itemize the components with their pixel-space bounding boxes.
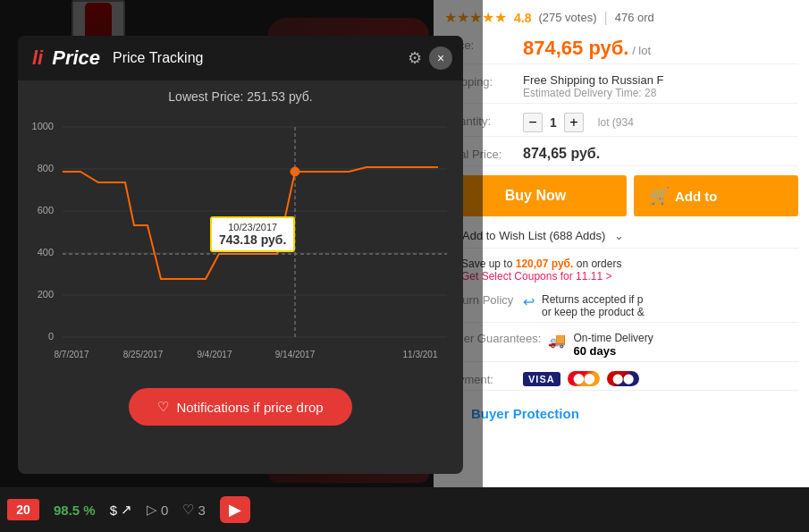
save-row: ✚ Save up to 120,07 руб. on orders Get S… [444,254,798,286]
save-content: Save up to 120,07 руб. on orders Get Sel… [461,258,621,283]
price-tracking-modal: li Price Price Tracking ⚙ × Lowest Price… [18,36,463,474]
play-icon: ▷ [147,502,157,518]
total-price-row: Total Price: 874,65 руб. [444,142,798,166]
rating-row: ★★★★★ 4.8 (275 votes) | 476 ord [444,9,798,26]
votes-count: (275 votes) [538,11,596,24]
product-panel: ★★★★★ 4.8 (275 votes) | 476 ord Price: 8… [434,0,809,532]
heart-count: 3 [198,502,205,518]
delivery-days: 60 days [573,344,653,358]
modal-title: Price Tracking [113,50,203,66]
quantity-number: 1 [550,115,557,130]
quantity-value: − 1 + lot (934 [523,113,798,132]
bottom-toolbar: 20 98.5 % $ ↗ ▷ 0 ♡ 3 ▶ [0,487,809,532]
tooltip-date: 10/23/2017 [219,222,286,232]
youtube-button[interactable]: ▶ [220,496,250,523]
quantity-control: − 1 + lot (934 [523,113,798,132]
delivery-content: On-time Delivery 60 days [573,332,653,358]
toolbar-dollar[interactable]: $ ↗ [110,502,132,518]
mastercard-badge: ⬤⬤ [568,371,600,386]
wishlist-row[interactable]: ♡ Add to Wish List (688 Adds) ⌄ [444,224,798,249]
add-to-cart-button[interactable]: 🛒 Add to [634,175,798,216]
lowest-price-label: Lowest Price: 251.53 руб. [18,80,463,109]
return-policy-row: Return Policy ↩ Returns accepted if p or… [444,290,798,323]
svg-text:9/14/2017: 9/14/2017 [275,350,316,359]
visa-badge: VISA [523,372,560,386]
shipping-row: Shipping: Free Shipping to Russian F Est… [444,70,798,104]
svg-text:400: 400 [38,247,54,258]
toolbar-heart[interactable]: ♡ 3 [182,502,205,518]
quantity-row: Quantity: − 1 + lot (934 [444,109,798,137]
total-value: 874,65 руб. [523,146,600,162]
buyer-protection-row: 🛡 Buyer Protection [444,396,798,430]
shipping-free-text: Free Shipping to Russian F [523,73,798,87]
toolbar-percent: 98.5 % [54,502,96,518]
heart-count-icon: ♡ [182,502,194,518]
svg-text:1000: 1000 [32,121,54,131]
dollar-icon: $ [110,502,117,518]
return-text: Returns accepted if p [542,293,645,306]
quantity-increase[interactable]: + [564,113,584,132]
shipping-est-text: Estimated Delivery Time: 28 [523,87,798,99]
maestro-badge: ⬤⬤ [607,371,639,386]
svg-text:8/25/2017: 8/25/2017 [123,350,164,359]
logo-li: li [32,46,43,70]
payment-row: Payment: VISA ⬤⬤ ⬤⬤ [444,367,798,391]
delivery-text: On-time Delivery [573,332,653,344]
buyer-protection-text: Buyer Protection [471,406,579,421]
svg-text:11/3/201: 11/3/201 [403,350,438,359]
rating-value: 4.8 [514,11,531,25]
toolbar-badge: 20 [7,499,39,520]
return-content: Returns accepted if p or keep the produc… [542,293,645,318]
return-text2: or keep the product & [542,306,645,318]
save-suffix: on orders [577,258,622,270]
seller-guarantees-row: Seller Guarantees: 🚚 On-time Delivery 60… [444,328,798,362]
svg-text:600: 600 [38,205,54,215]
yt-play-icon: ▶ [229,501,241,519]
orders-count: 476 ord [615,11,654,24]
price-main: 874,65 руб. [523,37,629,59]
action-buttons: Buy Now 🛒 Add to [444,175,798,216]
tooltip-price: 743.18 руб. [219,232,286,247]
delivery-icon: 🚚 [548,332,566,349]
price-unit: / lot [632,44,651,57]
modal-header: li Price Price Tracking ⚙ × [18,36,463,80]
notification-button[interactable]: ♡ Notifications if price drop [129,388,351,426]
wishlist-text: Add to Wish List (688 Adds) [462,229,605,242]
quantity-lot: lot (934 [598,116,634,129]
quantity-decrease[interactable]: − [523,113,543,132]
wishlist-chevron: ⌄ [614,229,624,242]
save-amount: 120,07 руб. [516,258,574,270]
gear-icon[interactable]: ⚙ [408,48,422,68]
price-chart: 1000 800 600 400 200 0 8/7/2017 8/25/201… [18,109,463,377]
svg-text:9/4/2017: 9/4/2017 [198,350,232,359]
price-tooltip: 10/23/2017 743.18 руб. [210,216,295,252]
toolbar-play[interactable]: ▷ 0 [147,502,168,518]
price-row: Price: 874,65 руб. / lot [444,33,798,64]
cart-icon: 🛒 [650,186,670,206]
close-button[interactable]: × [429,46,452,70]
svg-text:200: 200 [38,289,54,300]
logo-price: Price [52,46,100,70]
svg-text:800: 800 [38,163,54,173]
price-value: 874,65 руб. / lot [523,37,798,60]
heart-icon: ♡ [157,399,169,415]
return-icon: ↩ [523,293,535,310]
svg-text:0: 0 [48,331,54,342]
notification-btn-row: ♡ Notifications if price drop [18,377,463,433]
coupon-link[interactable]: Get Select Coupons for 11.11 > [461,270,611,283]
percent-value: 98.5 % [54,502,96,518]
add-to-cart-label: Add to [675,189,717,204]
svg-text:8/7/2017: 8/7/2017 [55,350,89,359]
separator: | [604,10,608,26]
shipping-value: Free Shipping to Russian F Estimated Del… [523,73,798,99]
play-count: 0 [161,502,168,518]
arrow-icon: ↗ [121,502,132,518]
notification-label: Notifications if price drop [176,400,323,415]
